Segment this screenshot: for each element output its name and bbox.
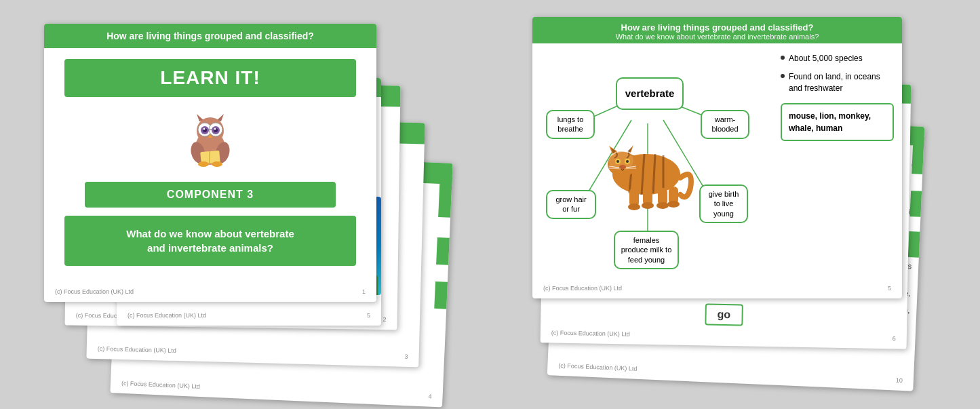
back4-green-strip3 [434, 281, 448, 309]
left-main-footer-right: 1 [362, 288, 366, 295]
examples-text: mouse, lion, monkey, whale, human [789, 111, 871, 133]
left-main-header: How are living things grouped and classi… [44, 24, 376, 48]
svg-point-40 [619, 165, 626, 169]
right-main-slide: How are living things grouped and classi… [532, 17, 902, 298]
right-back2-go-btn: go [705, 303, 743, 326]
right-main-header-title: How are living things grouped and classi… [538, 22, 897, 33]
right-main-content: vertebrate lungs to breathe warm-blooded [532, 43, 902, 284]
question-text: What do we know about vertebrate and inv… [126, 228, 294, 254]
learn-it-box: LEARN IT! [64, 59, 356, 97]
examples-box: mouse, lion, monkey, whale, human [781, 103, 894, 141]
right-back3-strip3 [908, 231, 920, 258]
right-back2-footer-right: 6 [893, 335, 896, 342]
back4-footer: (c) Focus Education (UK) Ltd 4 [111, 379, 443, 400]
bullet-text-1: About 5,000 species [789, 53, 863, 64]
svg-point-19 [212, 161, 222, 167]
question-box: What do we know about vertebrate and inv… [64, 216, 356, 266]
svg-point-52 [667, 201, 680, 208]
lungs-label: lungs to breathe [557, 115, 584, 133]
svg-marker-2 [197, 114, 203, 121]
bullet-item-1: About 5,000 species [781, 53, 894, 64]
back3-footer-left: (c) Focus Education (UK) Ltd [98, 345, 176, 354]
right-info-panel: About 5,000 species Found on land, in oc… [778, 49, 897, 281]
mid-footer-left: (c) Focus Education (UK) Ltd [128, 312, 206, 319]
bullet-text-2: Found on land, in oceans and freshwater [789, 71, 894, 94]
learn-it-label: LEARN IT! [160, 67, 260, 88]
bullet-item-2: Found on land, in oceans and freshwater [781, 71, 894, 94]
svg-point-50 [642, 202, 654, 209]
svg-point-18 [198, 161, 209, 167]
right-back2-footer: (c) Focus Education (UK) Ltd 6 [541, 329, 907, 342]
back2-footer-right: 2 [383, 316, 387, 323]
component-label: COMPONENT 3 [167, 189, 254, 200]
svg-point-38 [616, 160, 619, 163]
females-node: females produce milk to feed young [614, 231, 679, 269]
owl-illustration-area [44, 104, 376, 176]
back4-green-strip2 [436, 237, 450, 265]
left-main-header-text: How are living things grouped and classi… [106, 31, 314, 41]
back3-footer: (c) Focus Education (UK) Ltd 3 [87, 345, 419, 361]
birth-node: give birth to live young [699, 184, 748, 223]
bullet-dot-2 [781, 74, 785, 78]
owl-icon [183, 111, 237, 168]
right-back2-footer-left: (c) Focus Education (UK) Ltd [551, 330, 630, 338]
back4-footer-left: (c) Focus Education (UK) Ltd [121, 380, 200, 390]
tiger-svg [595, 106, 694, 212]
right-main-footer-left: (c) Focus Education (UK) Ltd [543, 285, 622, 292]
bullet-dot-1 [781, 56, 785, 60]
svg-point-11 [203, 128, 205, 130]
vertebrate-label: vertebrate [625, 87, 675, 99]
back4-footer-right: 4 [428, 393, 431, 400]
hair-label: grow hair or fur [555, 195, 586, 213]
svg-point-51 [656, 202, 669, 209]
mid-footer-right: 5 [367, 312, 370, 319]
vertebrate-node: vertebrate [616, 77, 684, 110]
back4-green-strip [438, 176, 452, 218]
left-main-footer-left: (c) Focus Education (UK) Ltd [55, 288, 134, 295]
right-back3-footer-left: (c) Focus Education (UK) Ltd [558, 362, 637, 372]
svg-point-39 [626, 160, 629, 163]
birth-label: give birth to live young [709, 190, 739, 218]
svg-point-49 [628, 203, 640, 210]
svg-point-12 [214, 128, 216, 130]
component-box: COMPONENT 3 [85, 182, 336, 208]
left-main-slide: How are living things grouped and classi… [44, 24, 376, 302]
back3-footer-right: 3 [404, 353, 408, 360]
mid-left-footer: (c) Focus Education (UK) Ltd 5 [117, 312, 381, 319]
tiger-image-area [595, 106, 694, 212]
warm-label: warm-blooded [711, 115, 738, 133]
right-back3-strip1 [912, 136, 924, 174]
right-main-footer-right: 5 [888, 285, 891, 292]
females-label: females produce milk to feed young [621, 236, 672, 264]
right-back3-footer-right: 10 [896, 376, 903, 383]
diagram-area: vertebrate lungs to breathe warm-blooded [538, 49, 772, 281]
right-back3-footer: (c) Focus Education (UK) Ltd 10 [547, 362, 914, 385]
right-main-footer: (c) Focus Education (UK) Ltd 5 [532, 285, 902, 292]
right-main-header-subtitle: What do we know about vertebrate and inv… [538, 33, 897, 41]
lungs-node: lungs to breathe [546, 110, 595, 139]
warm-node: warm-blooded [701, 110, 749, 139]
left-main-footer: (c) Focus Education (UK) Ltd 1 [44, 288, 376, 295]
svg-marker-3 [217, 114, 224, 121]
right-main-header: How are living things grouped and classi… [532, 17, 902, 43]
right-back3-strip2 [909, 191, 922, 217]
left-slide-group: How are living things grouped and classi… [41, 10, 420, 404]
right-slide-group: How are living things grouped and classi… [532, 7, 966, 400]
hair-node: grow hair or fur [546, 190, 596, 219]
